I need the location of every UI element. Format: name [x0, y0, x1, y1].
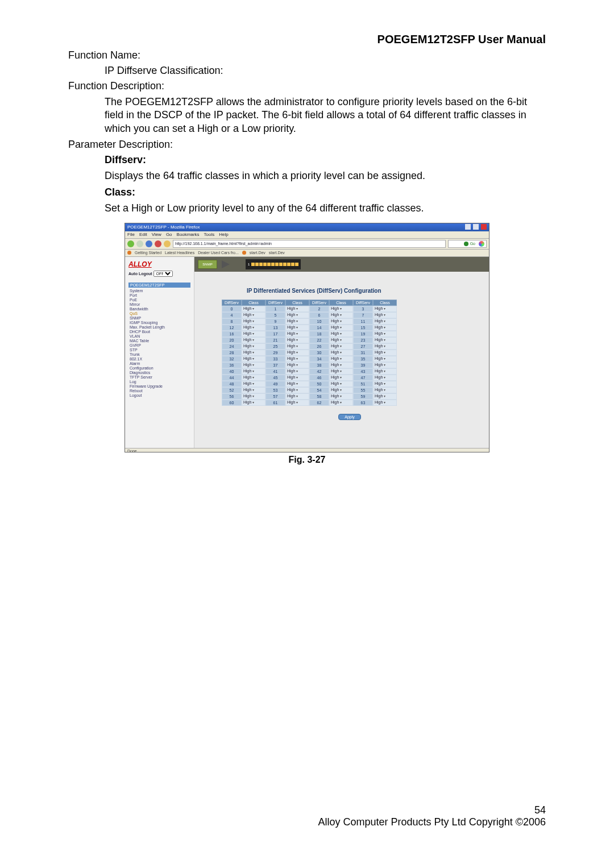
class-select[interactable]: High ▾ [242, 387, 265, 393]
class-select[interactable]: High ▾ [242, 368, 265, 375]
class-select[interactable]: High ▾ [329, 325, 353, 331]
class-select[interactable]: High ▾ [285, 312, 309, 318]
class-select[interactable]: High ▾ [329, 375, 353, 381]
maximize-icon[interactable] [473, 224, 479, 230]
class-select[interactable]: High ▾ [285, 325, 309, 331]
sidebar-item[interactable]: System [128, 289, 190, 293]
class-select[interactable]: High ▾ [329, 362, 353, 368]
class-select[interactable]: High ▾ [329, 356, 353, 362]
class-select[interactable]: High ▾ [373, 400, 397, 406]
class-select[interactable]: High ▾ [373, 318, 397, 325]
class-select[interactable]: High ▾ [373, 356, 397, 362]
class-select[interactable]: High ▾ [329, 368, 353, 375]
class-select[interactable]: High ▾ [373, 381, 397, 387]
back-icon[interactable] [127, 240, 134, 247]
sidebar-item[interactable]: DHCP Boot [128, 330, 190, 334]
apply-button[interactable]: Apply [338, 414, 361, 420]
class-select[interactable]: High ▾ [329, 381, 353, 387]
class-select[interactable]: High ▾ [285, 331, 309, 337]
class-select[interactable]: High ▾ [373, 350, 397, 356]
class-select[interactable]: High ▾ [242, 400, 265, 406]
class-select[interactable]: High ▾ [329, 393, 353, 400]
class-select[interactable]: High ▾ [242, 325, 265, 331]
menu-bookmarks[interactable]: Bookmarks [177, 232, 200, 237]
class-select[interactable]: High ▾ [285, 381, 309, 387]
sidebar-item[interactable]: STP [128, 348, 190, 352]
class-select[interactable]: High ▾ [373, 362, 397, 368]
class-select[interactable]: High ▾ [285, 375, 309, 381]
class-select[interactable]: High ▾ [329, 337, 353, 343]
menu-go[interactable]: Go [166, 232, 172, 237]
class-select[interactable]: High ▾ [242, 381, 265, 387]
sidebar-item[interactable]: Mirror [128, 302, 190, 307]
sidebar-item[interactable]: MAC Table [128, 339, 190, 343]
class-select[interactable]: High ▾ [329, 331, 353, 337]
menu-tools[interactable]: Tools [204, 232, 215, 237]
class-select[interactable]: High ▾ [242, 312, 265, 318]
class-select[interactable]: High ▾ [242, 337, 265, 343]
class-select[interactable]: High ▾ [285, 337, 309, 343]
class-select[interactable]: High ▾ [242, 393, 265, 400]
forward-icon[interactable] [136, 240, 143, 247]
close-icon[interactable] [481, 224, 487, 230]
bookmark-item[interactable]: Dealer Used Cars fro... [198, 251, 239, 255]
class-select[interactable]: High ▾ [285, 387, 309, 393]
sidebar-item[interactable]: TFTP Server [128, 375, 190, 380]
class-select[interactable]: High ▾ [373, 368, 397, 375]
sidebar-item[interactable]: SNMP [128, 316, 190, 321]
class-select[interactable]: High ▾ [329, 400, 353, 406]
menu-file[interactable]: File [127, 232, 135, 237]
minimize-icon[interactable] [465, 224, 471, 230]
class-select[interactable]: High ▾ [242, 306, 265, 312]
sidebar-item[interactable]: Alarm [128, 362, 190, 366]
class-select[interactable]: High ▾ [373, 375, 397, 381]
sidebar-item[interactable]: Log [128, 380, 190, 384]
sidebar-item[interactable]: Trunk [128, 352, 190, 357]
class-select[interactable]: High ▾ [285, 350, 309, 356]
sidebar-item[interactable]: Max. Packet Length [128, 325, 190, 330]
bookmark-item[interactable]: Latest Headlines [165, 251, 194, 255]
sidebar-item[interactable]: VLAN [128, 334, 190, 339]
class-select[interactable]: High ▾ [373, 312, 397, 318]
class-select[interactable]: High ▾ [242, 343, 265, 350]
class-select[interactable]: High ▾ [373, 306, 397, 312]
sidebar-item[interactable]: Diagnostics [128, 371, 190, 375]
class-select[interactable]: High ▾ [373, 331, 397, 337]
sidebar-item[interactable]: Reboot [128, 389, 190, 393]
stop-icon[interactable] [155, 240, 161, 247]
class-select[interactable]: High ▾ [285, 393, 309, 400]
sidebar-item[interactable]: Port [128, 293, 190, 298]
sidebar-item[interactable]: Logout [128, 393, 190, 398]
class-select[interactable]: High ▾ [329, 312, 353, 318]
bookmark-item[interactable]: start.Dev [269, 251, 285, 255]
class-select[interactable]: High ▾ [242, 331, 265, 337]
class-select[interactable]: High ▾ [242, 356, 265, 362]
class-select[interactable]: High ▾ [329, 318, 353, 325]
class-select[interactable]: High ▾ [373, 325, 397, 331]
class-select[interactable]: High ▾ [373, 393, 397, 400]
go-button[interactable]: Go [448, 240, 487, 248]
menu-help[interactable]: Help [219, 232, 228, 237]
sidebar-item[interactable]: Firmware Upgrade [128, 384, 190, 389]
class-select[interactable]: High ▾ [285, 362, 309, 368]
address-bar[interactable]: http://192.168.1.1/main_frame.html?first… [173, 240, 446, 248]
sidebar-item[interactable]: GVRP [128, 343, 190, 348]
class-select[interactable]: High ▾ [285, 356, 309, 362]
class-select[interactable]: High ▾ [242, 375, 265, 381]
class-select[interactable]: High ▾ [242, 362, 265, 368]
class-select[interactable]: High ▾ [373, 337, 397, 343]
class-select[interactable]: High ▾ [329, 306, 353, 312]
class-select[interactable]: High ▾ [373, 387, 397, 393]
sidebar-item[interactable]: QoS [128, 312, 190, 316]
class-select[interactable]: High ▾ [329, 350, 353, 356]
class-select[interactable]: High ▾ [285, 368, 309, 375]
home-icon[interactable] [164, 240, 171, 247]
class-select[interactable]: High ▾ [242, 350, 265, 356]
sidebar-item[interactable]: Bandwidth [128, 307, 190, 312]
auto-logout-select[interactable]: OFF [154, 271, 173, 277]
class-select[interactable]: High ▾ [285, 318, 309, 325]
sidebar-item[interactable]: IGMP Snooping [128, 321, 190, 325]
sidebar-item[interactable]: Configuration [128, 366, 190, 371]
sidebar-item[interactable]: 802.1X [128, 357, 190, 362]
class-select[interactable]: High ▾ [329, 387, 353, 393]
